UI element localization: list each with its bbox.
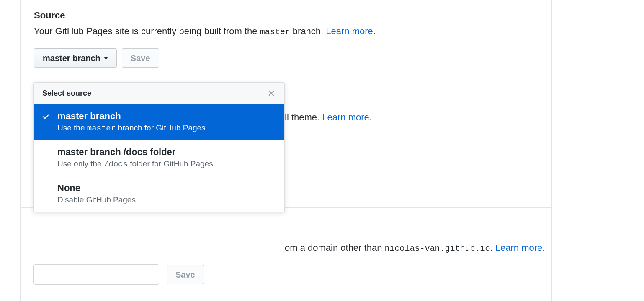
custom-domain-controls-row: Save	[33, 264, 204, 285]
option-description: Use the master branch for GitHub Pages.	[57, 123, 276, 133]
custom-domain-input[interactable]	[33, 264, 159, 285]
custom-domain-learn-more-link[interactable]: Learn more	[495, 242, 543, 253]
dropdown-option-master[interactable]: master branch Use the master branch for …	[34, 104, 284, 140]
option-description: Disable GitHub Pages.	[57, 195, 276, 205]
branch-selector-label: master branch	[43, 53, 100, 63]
custom-domain-save-button[interactable]: Save	[167, 265, 204, 284]
source-desc-before: Your GitHub Pages site is currently bein…	[34, 26, 260, 36]
default-domain: nicolas-van.github.io	[384, 244, 490, 253]
dropdown-option-none[interactable]: None Disable GitHub Pages.	[34, 176, 284, 212]
dropdown-option-docs[interactable]: master branch /docs folder Use only the …	[34, 140, 284, 176]
source-desc-branch: master	[260, 27, 290, 37]
option-title: master branch	[57, 111, 276, 122]
source-desc-after: branch.	[290, 26, 326, 36]
caret-down-icon	[104, 57, 108, 59]
check-icon	[41, 112, 51, 122]
source-heading: Source	[34, 10, 538, 21]
option-title: master branch /docs folder	[57, 147, 276, 158]
source-controls-row: master branch Save	[34, 48, 538, 68]
dropdown-title: Select source	[42, 89, 91, 98]
source-save-button[interactable]: Save	[122, 48, 159, 68]
option-title: None	[57, 183, 276, 194]
theme-learn-more-link[interactable]: Learn more	[322, 112, 369, 122]
dropdown-header: Select source	[34, 83, 284, 104]
source-period: .	[373, 26, 376, 36]
option-description: Use only the /docs folder for GitHub Pag…	[57, 159, 276, 169]
close-icon[interactable]	[267, 89, 276, 98]
source-learn-more-link[interactable]: Learn more	[326, 26, 373, 36]
source-description: Your GitHub Pages site is currently bein…	[34, 24, 538, 38]
theme-description-fragment: ll theme. Learn more.	[285, 112, 372, 123]
custom-domain-description-fragment: om a domain other than nicolas-van.githu…	[285, 242, 545, 253]
branch-selector-button[interactable]: master branch	[34, 48, 117, 68]
source-dropdown: Select source master branch Use the mast…	[33, 82, 285, 212]
